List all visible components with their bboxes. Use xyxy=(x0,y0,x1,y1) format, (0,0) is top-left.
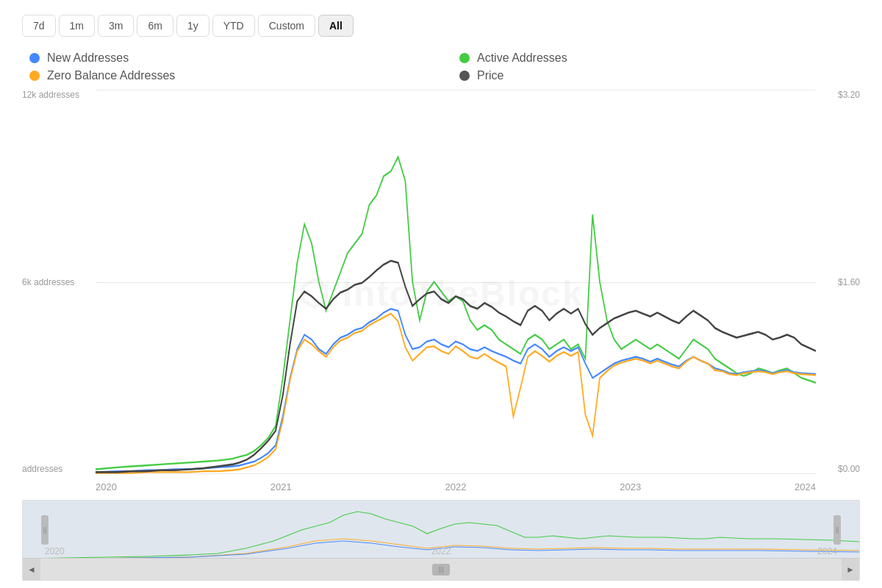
price-line xyxy=(96,261,816,473)
main-chart: 12k addresses 6k addresses addresses $3.… xyxy=(22,90,860,496)
legend-dot-price xyxy=(459,71,470,81)
x-label-2022: 2022 xyxy=(445,481,467,492)
legend-item-new-addresses: New Addresses xyxy=(29,51,430,65)
active-addresses-line xyxy=(96,157,816,470)
navigator-handle-right[interactable]: || xyxy=(833,515,841,545)
time-btn-1y[interactable]: 1y xyxy=(176,15,209,37)
legend: New AddressesActive AddressesZero Balanc… xyxy=(22,51,860,82)
scroll-thumb[interactable]: ||| xyxy=(432,564,450,576)
zero-balance-line xyxy=(96,314,816,473)
navigator-inner: || || xyxy=(23,501,859,559)
time-controls: 7d1m3m6m1yYTDCustomAll xyxy=(22,15,860,37)
time-btn-custom[interactable]: Custom xyxy=(258,15,315,37)
x-label-2020: 2020 xyxy=(96,481,117,492)
chart-lines-svg xyxy=(96,90,816,474)
chart-svg-container xyxy=(96,90,816,474)
x-label-2021: 2021 xyxy=(270,481,292,492)
legend-dot-zero-balance xyxy=(29,71,40,81)
time-btn-7d[interactable]: 7d xyxy=(22,15,56,37)
navigator-handle-left[interactable]: || xyxy=(41,515,49,545)
new-addresses-line xyxy=(96,309,816,472)
legend-dot-new-addresses xyxy=(29,53,40,63)
scroll-track: ||| xyxy=(40,559,842,580)
left-axis: 12k addresses 6k addresses addresses xyxy=(22,90,79,496)
navigator: || || 2020 2022 2024 ◄ ||| ► xyxy=(22,500,860,581)
legend-label-zero-balance: Zero Balance Addresses xyxy=(47,69,175,82)
right-label-mid: $1.60 xyxy=(838,277,860,287)
main-container: 7d1m3m6m1yYTDCustomAll New AddressesActi… xyxy=(0,0,882,588)
left-label-top: 12k addresses xyxy=(22,90,79,100)
legend-item-zero-balance: Zero Balance Addresses xyxy=(29,69,430,82)
legend-label-new-addresses: New Addresses xyxy=(47,51,129,65)
navigator-svg xyxy=(23,501,859,559)
navigator-scrollbar: ◄ ||| ► xyxy=(23,558,859,580)
x-axis-labels: 2020 2021 2022 2023 2024 xyxy=(96,481,816,492)
time-btn-1m[interactable]: 1m xyxy=(59,15,95,37)
scroll-right-arrow[interactable]: ► xyxy=(842,559,859,581)
legend-label-active-addresses: Active Addresses xyxy=(477,51,567,65)
left-label-bottom: addresses xyxy=(22,464,79,474)
scroll-left-arrow[interactable]: ◄ xyxy=(23,559,40,581)
left-label-mid: 6k addresses xyxy=(22,277,79,287)
time-btn-6m[interactable]: 6m xyxy=(137,15,173,37)
time-btn-ytd[interactable]: YTD xyxy=(212,15,255,37)
legend-item-price: Price xyxy=(459,69,860,82)
time-btn-3m[interactable]: 3m xyxy=(98,15,134,37)
x-label-2024: 2024 xyxy=(795,481,816,492)
legend-dot-active-addresses xyxy=(459,53,470,63)
right-label-top: $3.20 xyxy=(838,90,860,100)
right-axis: $3.20 $1.60 $0.00 xyxy=(838,90,860,496)
legend-label-price: Price xyxy=(477,69,503,82)
legend-item-active-addresses: Active Addresses xyxy=(459,51,860,65)
time-btn-all[interactable]: All xyxy=(318,15,354,37)
right-label-bottom: $0.00 xyxy=(838,464,860,474)
x-label-2023: 2023 xyxy=(620,481,641,492)
